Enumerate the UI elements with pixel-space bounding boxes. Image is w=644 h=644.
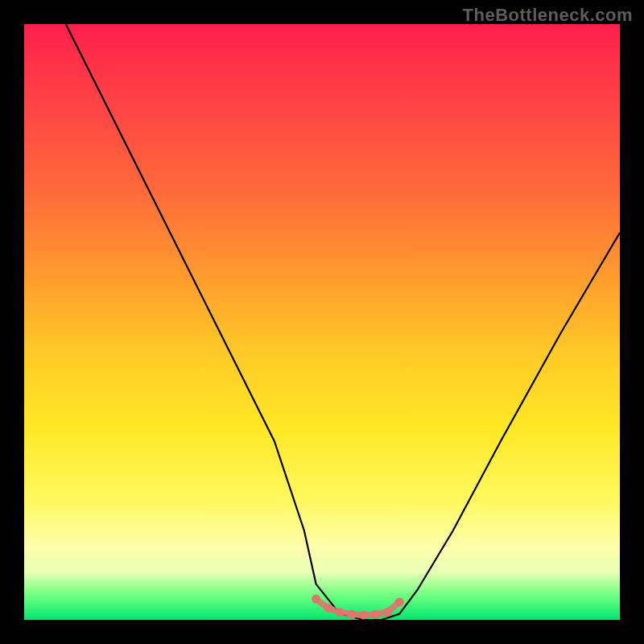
chart-container: TheBottleneck.com xyxy=(0,0,644,644)
sweet-spot-dot xyxy=(336,608,345,617)
sweet-spot-dot xyxy=(395,597,404,606)
sweet-spot-dot xyxy=(359,611,368,620)
sweet-spot-dot xyxy=(324,604,332,613)
sweet-spot-dot xyxy=(312,595,320,604)
watermark-text: TheBottleneck.com xyxy=(463,5,633,26)
sweet-spot-dot xyxy=(371,610,380,619)
chart-svg xyxy=(24,24,620,620)
sweet-spot-dots xyxy=(312,595,404,620)
plot-area xyxy=(24,24,620,620)
bottleneck-curve-path xyxy=(66,24,620,620)
sweet-spot-dot xyxy=(348,610,357,619)
sweet-spot-dot xyxy=(383,608,392,617)
